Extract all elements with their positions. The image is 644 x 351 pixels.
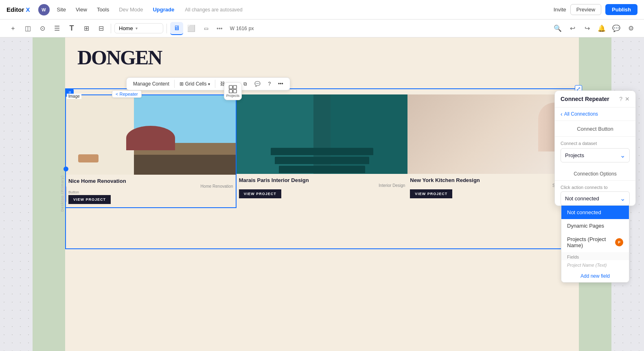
notifications-icon: 🔔 [598, 24, 606, 32]
more-device-button[interactable]: ••• [214, 25, 225, 32]
site-header: DONGEN [65, 37, 579, 73]
project-name-field: Project Name (Text) [561, 260, 629, 270]
upgrade-menu[interactable]: Upgrade [150, 5, 177, 14]
toolbar-divider [111, 24, 111, 33]
page-chevron-icon: ▾ [136, 26, 138, 31]
mobile-icon: ▭ [204, 26, 208, 31]
more-icon: ••• [278, 81, 283, 87]
redo-button[interactable]: ↪ [580, 22, 594, 35]
item-1-category-row: Home Renovation [68, 184, 233, 189]
panel-header: Connect Repeater ? ✕ [555, 91, 635, 107]
panel-help-button[interactable]: ? [619, 96, 622, 102]
grid-cells-button[interactable]: ⊞ Grid Cells [176, 79, 214, 88]
click-action-dropdown-menu: Not connected Dynamic Pages Projects (Pr… [561, 205, 629, 283]
grid-icon: ⊞ [84, 24, 89, 32]
click-chevron-icon: ⌄ [620, 195, 625, 202]
dataset-value: Projects [565, 152, 584, 158]
invite-button[interactable]: Invite [554, 7, 566, 13]
dataset-dropdown[interactable]: Projects ⌄ [561, 148, 630, 162]
mobile-device-button[interactable]: ▭ [199, 22, 212, 35]
width-w-label: W [230, 26, 234, 31]
layers-icon: ◫ [25, 24, 31, 32]
undo-button[interactable]: ↩ [566, 22, 579, 35]
dynamic-pages-option[interactable]: Dynamic Pages [561, 219, 629, 233]
all-connections-label: All Connections [564, 111, 598, 117]
desktop-device-button[interactable]: 🖥 [170, 22, 183, 35]
manage-content-button[interactable]: Manage Content [130, 79, 173, 88]
notifications-button[interactable]: 🔔 [595, 22, 608, 35]
svg-rect-2 [229, 90, 232, 93]
comment-button[interactable]: 💬 [251, 79, 264, 88]
pages-icon: ☰ [54, 24, 60, 32]
dev-mode-menu[interactable]: Dev Mode [116, 5, 145, 14]
fields-section-label: Fields [561, 252, 629, 260]
settings-button[interactable]: ⚙ [624, 22, 637, 35]
site-menu[interactable]: Site [55, 5, 68, 14]
tablet-icon: ⬜ [187, 24, 195, 32]
repeater-svg-icon [228, 85, 237, 94]
layers-button[interactable]: ◫ [21, 22, 34, 35]
view-menu[interactable]: View [73, 5, 90, 14]
more-toolbar-button[interactable]: ••• [275, 79, 287, 88]
item-3-image [407, 94, 579, 174]
width-display: W 1616 px [230, 26, 254, 31]
manage-content-label: Manage Content [133, 81, 169, 87]
item-2-btn[interactable]: VIEW PROJECT [239, 189, 281, 198]
pages-button[interactable]: ☰ [50, 22, 64, 35]
page-selector[interactable]: Home ▾ [114, 23, 163, 33]
help-toolbar-button[interactable]: ? [265, 79, 274, 88]
panel-close-button[interactable]: ✕ [625, 96, 630, 102]
item-1-btn[interactable]: VIEW PROJECT [68, 195, 111, 204]
item-2-info: Marais Paris Interior Design Interior De… [237, 174, 408, 189]
connect-repeater-panel: Connect Repeater ? ✕ ‹ All Connections C… [554, 90, 636, 206]
svg-rect-1 [233, 86, 237, 89]
add-element-button[interactable]: + [7, 22, 20, 35]
grid-button[interactable]: ⊞ [80, 22, 93, 35]
item-1-btn-label: Button [66, 190, 236, 195]
add-new-field-button[interactable]: Add new field [561, 270, 629, 282]
text-button[interactable]: T [65, 22, 78, 35]
repeater-badge[interactable]: < Repeater [112, 90, 142, 98]
tool-bar: + ◫ ⊙ ☰ T ⊞ ⊟ Home ▾ 🖥 ⬜ ▭ ••• W 1616 px [0, 20, 644, 37]
item-2-image [237, 94, 408, 174]
repeater-icon-button[interactable]: Projects [224, 82, 242, 100]
tablet-device-button[interactable]: ⬜ [185, 22, 198, 35]
top-bar-right: Invite Preview Publish [554, 4, 637, 15]
components-button[interactable]: ⊙ [36, 22, 49, 35]
not-connected-option[interactable]: Not connected [561, 206, 629, 219]
left-resize-handle[interactable] [64, 186, 67, 202]
device-selector: 🖥 ⬜ ▭ [170, 22, 212, 35]
item-3-category-row: Small Project [410, 183, 576, 188]
user-avatar[interactable]: W [38, 4, 50, 15]
grid-item-3[interactable]: New York Kitchen Redesign Small Project … [407, 94, 579, 208]
connect-button[interactable]: Connect Button [577, 126, 613, 132]
project-name-option[interactable]: Projects (Project Name) P [561, 233, 629, 252]
top-menu-bar: Editor X W Site View Tools Dev Mode Upgr… [0, 0, 644, 20]
grid-item-2[interactable]: Marais Paris Interior Design Interior De… [237, 94, 408, 208]
publish-button[interactable]: Publish [605, 4, 637, 15]
click-action-section: Click action connects to Not connected ⌄… [555, 181, 635, 206]
orange-badge: P [615, 238, 623, 246]
click-action-dropdown[interactable]: Not connected ⌄ Not connected Dynamic Pa… [561, 191, 630, 206]
item-3-btn[interactable]: VIEW PROJECT [410, 189, 452, 198]
panel-header-icons: ? ✕ [619, 96, 630, 102]
table-button[interactable]: ⊟ [94, 22, 107, 35]
redo-icon: ↪ [585, 24, 590, 32]
ft-sep2 [215, 80, 215, 88]
width-value: 1616 [236, 26, 247, 31]
item-1-image [66, 95, 236, 175]
repeater-icon-label: Projects [226, 94, 240, 98]
zoom-button[interactable]: 🔍 [551, 22, 564, 35]
item-2-title: Marais Paris Interior Design [239, 177, 405, 183]
comments-button[interactable]: 💬 [610, 22, 623, 35]
copy-button[interactable]: ⧉ [240, 79, 250, 88]
item-2-category: Interior Design [379, 183, 405, 188]
tools-menu[interactable]: Tools [94, 5, 112, 14]
preview-button[interactable]: Preview [570, 4, 601, 15]
connection-options-button[interactable]: Connection Options [574, 171, 616, 177]
click-action-value: Not connected [565, 195, 599, 202]
grid-item-1[interactable]: Nice Home Renovation Home Renovation But… [65, 94, 237, 208]
panel-back-link[interactable]: ‹ All Connections [555, 107, 635, 121]
comments-icon: 💬 [612, 24, 620, 32]
connection-options-section: Connection Options [555, 167, 635, 181]
